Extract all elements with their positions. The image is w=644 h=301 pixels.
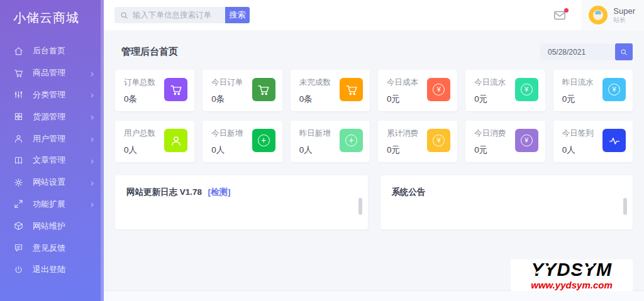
- topbar-right: Super 站长: [553, 0, 644, 30]
- announcement-panel: 系统公告: [380, 175, 633, 229]
- sidebar-item-feedback[interactable]: 意见反馈: [0, 237, 104, 259]
- sidebar-item-category[interactable]: 分类管理 ›: [0, 84, 104, 106]
- sidebar-item-label: 后台首页: [33, 45, 94, 57]
- sidebar-item-home[interactable]: 后台首页: [0, 40, 104, 62]
- plus-circle-icon: +: [340, 129, 363, 152]
- check-update-link[interactable]: [检测]: [208, 187, 230, 197]
- sidebar-item-supply[interactable]: 货源管理 ›: [0, 106, 104, 128]
- page-title: 管理后台首页: [121, 46, 178, 58]
- stat-value: 0条: [124, 94, 155, 105]
- watermark-logo: YYDSYM: [531, 261, 612, 279]
- gear-icon: [14, 177, 24, 187]
- category-icon: [14, 90, 24, 100]
- app-logo: 小储云商城: [0, 0, 104, 26]
- user-meta: Super 站长: [613, 6, 635, 25]
- chevron-right-icon: ›: [91, 156, 94, 165]
- sidebar-item-label: 分类管理: [33, 89, 91, 101]
- stat-label: 今日流水: [474, 77, 506, 88]
- stat-value: 0人: [211, 145, 243, 156]
- cube-icon: [14, 221, 24, 231]
- announcement-title: 系统公告: [392, 187, 426, 197]
- sidebar-item-label: 文章管理: [33, 155, 91, 166]
- stat-card-order-total: 订单总数0条: [115, 70, 194, 111]
- sidebar-item-label: 功能扩展: [33, 199, 91, 210]
- yen-glyph: ¥: [608, 84, 620, 96]
- expand-icon: [14, 199, 24, 209]
- stat-card-today-signin: 今日签到0人: [553, 121, 633, 162]
- stat-card-yesterday-flow: 昨日流水0元 ¥: [553, 70, 633, 111]
- sidebar-item-articles[interactable]: 文章管理 ›: [0, 150, 104, 172]
- date-search-button[interactable]: [615, 43, 633, 60]
- stat-value: 0人: [124, 145, 155, 156]
- yen-glyph: ¥: [521, 84, 533, 96]
- sidebar-item-maintenance[interactable]: 网站维护: [0, 215, 104, 237]
- feedback-icon: [14, 243, 24, 253]
- stat-label: 累计消费: [387, 128, 418, 139]
- cart-icon: [164, 78, 187, 101]
- stat-card-today-cost: 今日成本0元 ¥: [378, 70, 457, 111]
- stat-value: 0元: [387, 94, 418, 105]
- stat-label: 昨日新增: [299, 128, 331, 139]
- changelog-panel: 网站更新日志 V1.78 [检测]: [115, 175, 368, 229]
- cart-icon: [14, 68, 24, 78]
- sidebar-nav: 后台首页 商品管理 › 分类管理 › 货源管理 › 用户管理 › 文章管理 ›: [0, 40, 104, 281]
- sidebar-item-goods[interactable]: 商品管理 ›: [0, 62, 104, 84]
- stat-card-yesterday-new: 昨日新增0人 +: [291, 121, 370, 162]
- stat-label: 昨日流水: [562, 77, 594, 88]
- stat-card-today-spend: 今日消费0元 ¥: [465, 121, 545, 162]
- stat-label: 今日成本: [387, 77, 418, 88]
- stat-label: 今日消费: [474, 128, 506, 139]
- cart-icon: [340, 78, 363, 101]
- stat-card-unfinished: 未完成数0条: [291, 70, 370, 111]
- yen-icon: ¥: [602, 78, 626, 101]
- stat-label: 用户总数: [124, 128, 155, 139]
- stat-label: 今日签到: [562, 128, 594, 139]
- main-content: 管理后台首页 订单总数0条 今日订单0条 未完成数0条 今日成本0元 ¥ 今日流…: [104, 30, 644, 291]
- notification-badge: [564, 8, 569, 13]
- stat-card-today-new: 今日新增0人 +: [203, 121, 282, 162]
- yen-glyph: ¥: [433, 134, 445, 146]
- user-icon: [14, 134, 24, 144]
- stat-value: 0条: [299, 94, 331, 105]
- yen-glyph: ¥: [433, 84, 445, 96]
- chevron-right-icon: ›: [91, 90, 94, 99]
- date-input[interactable]: [540, 43, 614, 60]
- chevron-right-icon: ›: [91, 68, 94, 78]
- user-menu[interactable]: Super 站长: [581, 0, 644, 30]
- search-input[interactable]: [133, 11, 219, 19]
- supply-icon: [14, 112, 24, 122]
- user-name: Super: [613, 6, 635, 16]
- plus-glyph: +: [345, 134, 357, 146]
- stat-value: 0元: [387, 145, 418, 156]
- sidebar-item-logout[interactable]: 退出登陆: [0, 259, 104, 281]
- sidebar-item-label: 退出登陆: [33, 264, 94, 275]
- sidebar-item-label: 用户管理: [33, 133, 91, 145]
- chevron-right-icon: ›: [91, 199, 94, 209]
- watermark-url: www.yydsym.com: [531, 280, 613, 290]
- stat-value: 0人: [562, 145, 594, 156]
- cart-icon: [252, 78, 275, 101]
- user-role: 站长: [613, 16, 635, 25]
- scrollbar-thumb[interactable]: [623, 198, 627, 215]
- sidebar-item-extensions[interactable]: 功能扩展 ›: [0, 194, 104, 216]
- stat-value: 0元: [474, 145, 506, 156]
- stat-card-today-orders: 今日订单0条: [203, 70, 282, 111]
- stat-value: 0条: [211, 94, 243, 105]
- logo-stripe: [620, 265, 633, 274]
- scrollbar-thumb[interactable]: [358, 198, 362, 215]
- search-button[interactable]: 搜索: [225, 7, 250, 23]
- yen-icon: ¥: [427, 129, 450, 152]
- mail-icon[interactable]: [553, 10, 566, 21]
- sidebar-item-label: 网站设置: [33, 177, 91, 188]
- stat-card-today-flow: 今日流水0元 ¥: [465, 70, 545, 111]
- topbar: 搜索 Super 站长: [104, 0, 644, 30]
- sidebar-item-site-settings[interactable]: 网站设置 ›: [0, 172, 104, 194]
- sidebar-item-users[interactable]: 用户管理 ›: [0, 128, 104, 150]
- pulse-icon: [602, 129, 626, 152]
- avatar: [589, 6, 608, 25]
- stat-value: 0元: [474, 94, 506, 105]
- page-header: 管理后台首页: [104, 30, 644, 70]
- chevron-right-icon: ›: [91, 178, 94, 187]
- yen-icon: ¥: [427, 78, 450, 101]
- yen-glyph: ¥: [521, 134, 533, 146]
